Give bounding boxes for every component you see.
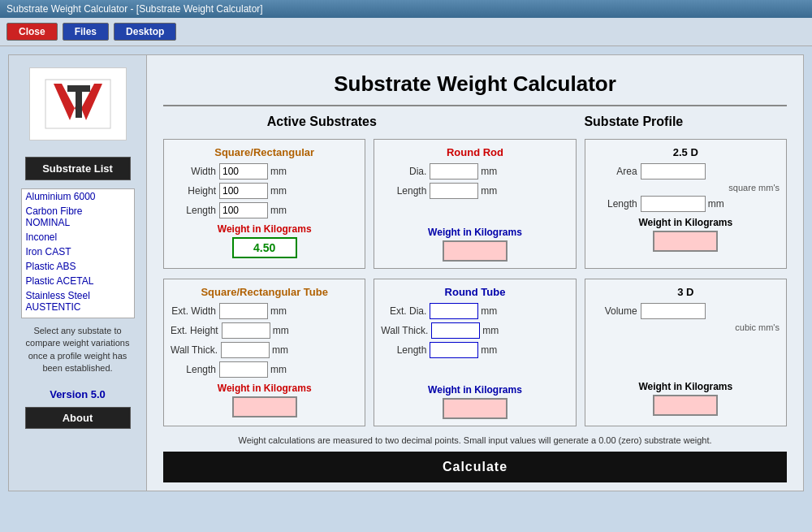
sidebar-note: Select any substate to compare weight va…	[9, 318, 146, 382]
height-row: Height mm	[171, 183, 358, 199]
list-item[interactable]: Stainless Steel AUSTENTIC	[22, 288, 134, 314]
page-title: Substrate Weight Calculator	[163, 63, 787, 106]
area-row: Area	[592, 163, 780, 179]
srt-weight-input[interactable]	[232, 396, 297, 417]
list-item[interactable]: Carbon Fibre NOMINAL	[22, 204, 134, 230]
calculate-button[interactable]: Calculate	[163, 452, 787, 482]
area-unit: square mm's	[592, 183, 780, 192]
three-d-section: 3 D Volume cubic mm's Weight in Kilogram…	[585, 279, 787, 426]
three-d-title: 3 D	[592, 286, 780, 298]
rr-weight-input[interactable]	[443, 240, 508, 262]
volume-unit: cubic mm's	[592, 322, 780, 332]
rr-weight-label: Weight in Kilograms	[381, 227, 568, 238]
square-rect-title: Square/Rectangular	[171, 146, 358, 158]
list-item[interactable]: Iron CAST	[22, 244, 134, 259]
width-input[interactable]	[219, 163, 268, 179]
rt-wall-label: Wall Thick.	[381, 325, 431, 336]
title-bar: Substrate Weight Calculator - [Substrate…	[0, 0, 812, 18]
rt-ext-dia-input[interactable]	[430, 303, 478, 319]
rt-wall-unit: mm	[482, 325, 499, 336]
rt-length-row: Length mm	[381, 342, 568, 358]
dia-unit: mm	[481, 166, 497, 177]
dia-row: Dia. mm	[381, 163, 568, 179]
profile-grid-bottom: Square/Rectangular Tube Ext. Width mm Ex…	[163, 279, 787, 426]
substrate-listbox[interactable]: Aluminium 6000Carbon Fibre NOMINALIncone…	[21, 188, 135, 318]
srt-wall-unit: mm	[272, 344, 288, 356]
srt-wall-row: Wall Thick. mm	[171, 342, 358, 358]
ext-width-input[interactable]	[219, 303, 268, 319]
area-label: Area	[592, 166, 641, 177]
sidebar: Substrate List Aluminium 6000Carbon Fibr…	[9, 55, 147, 491]
sq-rect-tube-title: Square/Rectangular Tube	[171, 286, 358, 298]
round-tube-section: Round Tube Ext. Dia. mm Wall Thick. mm L…	[374, 279, 576, 426]
ext-height-row: Ext. Height mm	[171, 322, 358, 339]
ext-width-unit: mm	[270, 305, 287, 317]
rt-ext-dia-label: Ext. Dia.	[381, 305, 430, 317]
round-tube-title: Round Tube	[381, 286, 568, 298]
rt-wall-row: Wall Thick. mm	[381, 322, 568, 339]
square-rect-section: Square/Rectangular Width mm Height mm Le…	[163, 139, 365, 269]
sr-length-row: Length mm	[171, 202, 358, 218]
rr-length-input[interactable]	[430, 183, 478, 199]
sr-weight-label: Weight in Kilograms	[171, 223, 358, 235]
3d-weight-input[interactable]	[653, 395, 718, 416]
width-row: Width mm	[171, 163, 358, 179]
volume-input[interactable]	[641, 303, 706, 319]
dia-input[interactable]	[430, 163, 478, 179]
substrate-list-button[interactable]: Substrate List	[25, 157, 131, 180]
list-item[interactable]: Plastic ACETAL	[22, 274, 134, 288]
ext-height-unit: mm	[273, 325, 289, 336]
height-input[interactable]	[219, 183, 268, 199]
25d-length-row: Length mm	[592, 196, 780, 212]
substate-profile-header: Substate Profile	[584, 115, 683, 129]
about-button[interactable]: About	[25, 407, 131, 429]
3d-weight-label: Weight in Kilograms	[592, 381, 780, 392]
list-item[interactable]: Inconel	[22, 230, 134, 244]
srt-length-input[interactable]	[219, 361, 268, 378]
volume-label: Volume	[592, 305, 641, 317]
height-unit: mm	[270, 185, 287, 197]
rt-ext-dia-unit: mm	[481, 305, 497, 317]
svg-rect-3	[67, 85, 90, 92]
main-area: Substrate List Aluminium 6000Carbon Fibr…	[8, 54, 804, 491]
25d-length-unit: mm	[708, 198, 724, 210]
rt-length-input[interactable]	[430, 342, 478, 358]
footer-note: Weight calculations are measured to two …	[163, 435, 787, 447]
version-text: Version 5.0	[50, 388, 106, 400]
rt-weight-input[interactable]	[443, 398, 508, 419]
close-button[interactable]: Close	[6, 23, 58, 41]
files-button[interactable]: Files	[63, 23, 109, 41]
list-item[interactable]: Aluminium 6000	[22, 189, 134, 204]
srt-weight-label: Weight in Kilograms	[171, 383, 358, 394]
width-unit: mm	[270, 166, 287, 177]
25d-weight-input[interactable]	[653, 231, 718, 252]
rt-length-unit: mm	[481, 344, 497, 356]
content-area: Substrate Weight Calculator Active Subst…	[147, 55, 803, 491]
rr-length-row: Length mm	[381, 183, 568, 199]
sr-weight-input[interactable]	[232, 237, 297, 258]
rt-ext-dia-row: Ext. Dia. mm	[381, 303, 568, 319]
rr-length-label: Length	[381, 185, 430, 197]
width-label: Width	[171, 166, 219, 177]
list-item[interactable]: Plastic ABS	[22, 259, 134, 274]
ext-height-input[interactable]	[222, 322, 270, 339]
logo-icon	[41, 76, 114, 132]
profile-grid-top: Square/Rectangular Width mm Height mm Le…	[163, 139, 787, 269]
two5d-section: 2.5 D Area square mm's Length mm Weight …	[585, 139, 787, 269]
ext-width-label: Ext. Width	[171, 305, 219, 317]
active-substrates-header: Active Substrates	[267, 115, 377, 129]
dia-label: Dia.	[381, 166, 430, 177]
rt-wall-input[interactable]	[431, 322, 480, 339]
srt-wall-input[interactable]	[221, 342, 270, 358]
sr-length-input[interactable]	[219, 202, 268, 218]
area-input[interactable]	[641, 163, 706, 179]
srt-length-row: Length mm	[171, 361, 358, 378]
toolbar: Close Files Desktop	[0, 18, 812, 46]
logo-area	[29, 67, 127, 141]
rr-length-unit: mm	[481, 185, 497, 197]
desktop-button[interactable]: Desktop	[114, 23, 176, 41]
two-col-header: Active Substrates Substate Profile	[163, 115, 787, 129]
ext-width-row: Ext. Width mm	[171, 303, 358, 319]
rt-weight-label: Weight in Kilograms	[381, 384, 568, 396]
25d-length-input[interactable]	[641, 196, 706, 212]
